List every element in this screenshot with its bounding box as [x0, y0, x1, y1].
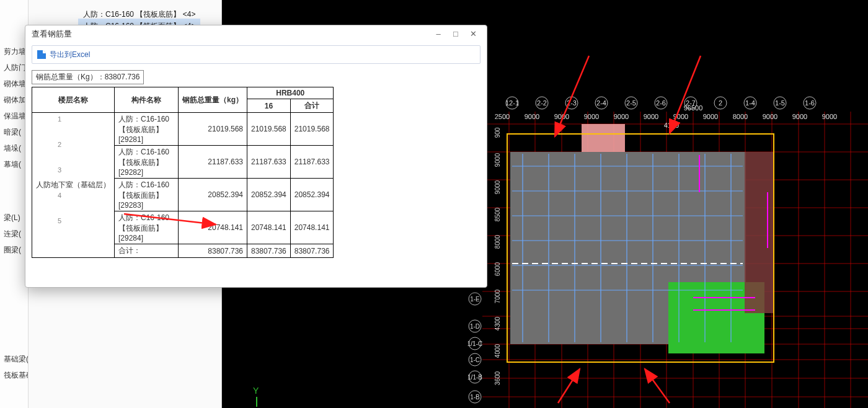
row-number: 4 [55, 182, 64, 208]
export-label: 导出到Excel [50, 50, 90, 60]
sidebar-item[interactable]: 保温墙 [0, 108, 28, 124]
dialog-body: 钢筋总重量（Kg）：83807.736 楼层名称构件名称钢筋总重量（kg）HRB… [25, 66, 487, 287]
svg-text:9000: 9000 [673, 113, 688, 120]
sidebar-item[interactable]: 砌体加 [0, 92, 28, 108]
svg-text:8000: 8000 [733, 113, 748, 120]
svg-text:1/1-C: 1/1-C [467, 340, 482, 347]
export-icon [37, 50, 46, 59]
svg-text:9000: 9000 [792, 113, 807, 120]
svg-text:7000: 7000 [494, 289, 501, 303]
svg-text:4300: 4300 [494, 316, 501, 330]
svg-text:1-C: 1-C [470, 357, 480, 363]
svg-text:1-4: 1-4 [745, 99, 755, 107]
row-number: 1 [55, 106, 64, 131]
sidebar-item[interactable]: 墙垛( [0, 140, 28, 156]
row-number: 2 [55, 131, 64, 157]
svg-text:1-E: 1-E [470, 296, 480, 303]
svg-text:12-1: 12-1 [505, 99, 519, 107]
sidebar-item[interactable]: 幕墙( [0, 156, 28, 172]
svg-text:9000: 9000 [525, 113, 539, 120]
svg-text:2-3: 2-3 [567, 99, 577, 107]
svg-text:4000: 4000 [494, 344, 501, 358]
sidebar-item[interactable]: 梁(L) [0, 210, 28, 226]
svg-text:6000: 6000 [494, 262, 501, 276]
svg-text:2-6: 2-6 [656, 99, 666, 107]
row-numbers: 12345 [55, 106, 64, 233]
svg-text:8000: 8000 [494, 234, 501, 249]
svg-text:1/1-B: 1/1-B [467, 374, 482, 381]
svg-text:2: 2 [719, 99, 722, 107]
svg-text:2-2: 2-2 [537, 99, 547, 107]
sidebar-item[interactable]: 圈梁( [0, 242, 28, 258]
minimize-button[interactable]: – [431, 27, 446, 42]
svg-text:9000: 9000 [614, 113, 629, 120]
svg-text:1-5: 1-5 [775, 99, 785, 107]
sidebar-item[interactable]: 剪力墙 [0, 43, 28, 60]
row-number: 5 [55, 208, 64, 233]
svg-text:1-B: 1-B [470, 394, 480, 401]
svg-text:2-5: 2-5 [626, 99, 636, 107]
svg-text:2500: 2500 [495, 113, 510, 120]
total-weight-label: 钢筋总重量（Kg）：83807.736 [32, 70, 144, 84]
svg-rect-29 [745, 152, 774, 313]
svg-text:2-4: 2-4 [596, 99, 606, 107]
svg-text:9000: 9000 [554, 113, 569, 120]
row-number: 3 [55, 157, 64, 182]
sidebar-item[interactable]: 筏板基础(M) [0, 367, 28, 383]
sidebar-item[interactable]: 砌体墙 [0, 76, 28, 92]
rebar-table: 楼层名称构件名称钢筋总重量（kg）HRB40016合计人防地下室（基础层）人防：… [32, 87, 334, 258]
maximize-button[interactable]: □ [448, 27, 463, 42]
export-excel-button[interactable]: 导出到Excel [32, 45, 480, 64]
svg-text:9000: 9000 [644, 113, 658, 120]
svg-text:8500: 8500 [494, 207, 501, 221]
svg-text:Y: Y [253, 386, 259, 396]
svg-text:9000: 9000 [822, 113, 837, 120]
svg-text:4180: 4180 [664, 122, 679, 129]
svg-text:9000: 9000 [703, 113, 718, 120]
svg-text:900: 900 [494, 127, 501, 138]
sidebar-item[interactable]: 基础梁(F [0, 351, 28, 367]
sidebar-item[interactable]: 连梁( [0, 226, 28, 242]
svg-text:3600: 3600 [494, 371, 501, 385]
svg-text:9000: 9000 [584, 113, 599, 120]
svg-text:9000: 9000 [763, 113, 777, 120]
svg-text:96500: 96500 [684, 104, 703, 112]
svg-text:9000: 9000 [494, 153, 501, 167]
sidebar-item[interactable]: 暗梁( [0, 124, 28, 140]
sidebar-item[interactable]: 人防门 [0, 60, 28, 76]
rebar-dialog: 查看钢筋量 – □ ✕ 导出到Excel 钢筋总重量（Kg）：83807.736… [25, 25, 487, 288]
svg-rect-30 [582, 124, 625, 152]
svg-text:9000: 9000 [494, 180, 501, 194]
dialog-titlebar[interactable]: 查看钢筋量 – □ ✕ [25, 25, 487, 43]
svg-text:1-6: 1-6 [805, 99, 815, 107]
dialog-title: 查看钢筋量 [32, 25, 428, 43]
svg-text:1-D: 1-D [470, 323, 480, 330]
close-button[interactable]: ✕ [466, 27, 480, 42]
